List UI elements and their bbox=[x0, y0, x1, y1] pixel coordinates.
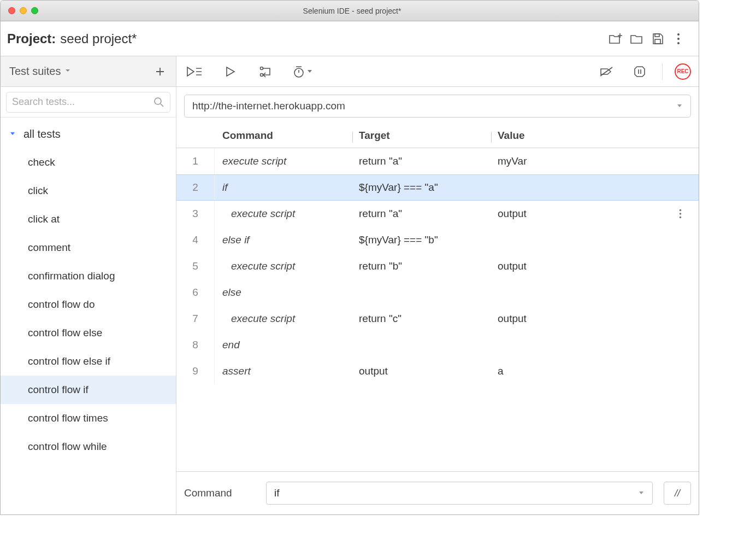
search-tests-field[interactable] bbox=[6, 92, 170, 113]
toolbar: REC bbox=[176, 56, 699, 87]
record-button[interactable]: REC bbox=[675, 63, 691, 80]
sidebar-header: Test suites bbox=[1, 56, 176, 87]
command-row[interactable]: 3execute scriptreturn "a"output bbox=[176, 201, 699, 227]
command-row[interactable]: 9assertoutputa bbox=[176, 358, 699, 384]
row-command: execute script bbox=[215, 208, 359, 220]
window-controls bbox=[1, 7, 38, 14]
commands-table: 1execute scriptreturn "a"myVar2if${myVar… bbox=[176, 148, 699, 472]
open-project-button[interactable] bbox=[627, 28, 647, 49]
add-test-button[interactable] bbox=[150, 61, 170, 82]
editor-dropdown-icon[interactable] bbox=[638, 490, 645, 496]
svg-point-6 bbox=[677, 42, 680, 44]
svg-point-15 bbox=[261, 73, 263, 76]
editor-command-label: Command bbox=[184, 487, 255, 499]
test-item[interactable]: control flow else if bbox=[1, 347, 176, 376]
disable-breakpoints-button[interactable] bbox=[596, 61, 617, 82]
test-item[interactable]: control flow do bbox=[1, 290, 176, 319]
svg-point-30 bbox=[680, 217, 682, 219]
row-target: return "a" bbox=[359, 155, 498, 167]
row-target: return "b" bbox=[359, 260, 498, 272]
sidebar-heading[interactable]: Test suites bbox=[9, 65, 61, 78]
project-bar: Project: seed project* bbox=[1, 21, 699, 56]
test-item[interactable]: comment bbox=[1, 233, 176, 262]
row-menu-button[interactable] bbox=[679, 209, 699, 219]
command-editor: Command if // bbox=[176, 472, 699, 514]
step-button[interactable] bbox=[256, 61, 277, 82]
sidebar-heading-dropdown-icon[interactable] bbox=[64, 67, 74, 77]
suite-all-tests[interactable]: all tests bbox=[1, 120, 176, 148]
row-command: execute script bbox=[215, 155, 359, 167]
svg-rect-3 bbox=[655, 39, 660, 44]
project-label: Project: bbox=[7, 31, 56, 46]
svg-point-5 bbox=[677, 38, 680, 40]
app-window: Selenium IDE - seed project* Project: se… bbox=[0, 0, 699, 515]
run-all-button[interactable] bbox=[184, 61, 205, 82]
row-number: 6 bbox=[176, 279, 215, 306]
command-row[interactable]: 7execute scriptreturn "c"output bbox=[176, 306, 699, 332]
speed-button[interactable] bbox=[292, 61, 313, 82]
main-panel: REC http://the-internet.herokuapp.com Co… bbox=[176, 56, 699, 514]
row-value: output bbox=[498, 208, 679, 220]
test-item[interactable]: click at bbox=[1, 205, 176, 233]
column-command: Command bbox=[222, 130, 359, 142]
close-window-button[interactable] bbox=[8, 7, 15, 14]
test-item[interactable]: confirmation dialog bbox=[1, 262, 176, 290]
pause-on-exceptions-button[interactable] bbox=[629, 61, 650, 82]
command-row[interactable]: 8end bbox=[176, 332, 699, 358]
column-value: Value bbox=[498, 130, 699, 142]
test-tree: all tests checkclickclick atcommentconfi… bbox=[1, 118, 176, 514]
toggle-comment-button[interactable]: // bbox=[664, 482, 691, 505]
command-row[interactable]: 4else if${myVar} === "b" bbox=[176, 227, 699, 253]
command-row[interactable]: 2if${myVar} === "a" bbox=[176, 174, 699, 201]
command-row[interactable]: 6else bbox=[176, 279, 699, 306]
svg-point-14 bbox=[261, 67, 263, 69]
minimize-window-button[interactable] bbox=[20, 7, 27, 14]
row-target: output bbox=[359, 365, 498, 377]
suite-label: all tests bbox=[23, 128, 61, 141]
caret-down-icon bbox=[9, 131, 18, 137]
row-command: if bbox=[215, 182, 359, 194]
row-target: ${myVar} === "a" bbox=[359, 182, 498, 194]
url-dropdown-icon[interactable] bbox=[676, 103, 683, 109]
svg-point-4 bbox=[677, 33, 680, 36]
svg-point-28 bbox=[680, 209, 682, 212]
more-menu-button[interactable] bbox=[668, 28, 689, 49]
row-target: ${myVar} === "b" bbox=[359, 234, 498, 246]
row-value: output bbox=[498, 260, 679, 272]
run-current-button[interactable] bbox=[220, 61, 241, 82]
window-title: Selenium IDE - seed project* bbox=[38, 7, 699, 15]
search-icon bbox=[153, 97, 164, 108]
sidebar: Test suites bbox=[1, 56, 176, 514]
svg-rect-2 bbox=[655, 34, 659, 37]
editor-command-field[interactable]: if bbox=[266, 482, 653, 505]
command-row[interactable]: 1execute scriptreturn "a"myVar bbox=[176, 148, 699, 174]
svg-line-10 bbox=[161, 104, 163, 107]
row-command: else if bbox=[215, 234, 359, 246]
test-item[interactable]: click bbox=[1, 177, 176, 205]
row-number: 9 bbox=[176, 358, 215, 384]
test-item[interactable]: control flow if bbox=[1, 376, 176, 404]
test-item[interactable]: control flow times bbox=[1, 404, 176, 432]
save-project-button[interactable] bbox=[647, 28, 668, 49]
row-target: return "c" bbox=[359, 313, 498, 325]
base-url-field[interactable]: http://the-internet.herokuapp.com bbox=[184, 95, 691, 118]
row-number: 8 bbox=[176, 332, 215, 358]
test-item[interactable]: control flow else bbox=[1, 319, 176, 347]
row-number: 7 bbox=[176, 306, 215, 332]
test-item[interactable]: check bbox=[1, 148, 176, 177]
search-input[interactable] bbox=[12, 96, 153, 108]
commands-header: Command Target Value bbox=[176, 123, 699, 148]
toolbar-divider bbox=[662, 63, 663, 80]
command-row[interactable]: 5execute scriptreturn "b"output bbox=[176, 253, 699, 279]
row-number: 1 bbox=[176, 148, 215, 174]
row-number: 3 bbox=[176, 201, 215, 227]
row-number: 5 bbox=[176, 253, 215, 279]
row-value: myVar bbox=[498, 155, 679, 167]
row-command: assert bbox=[215, 365, 359, 377]
project-name[interactable]: seed project* bbox=[60, 31, 137, 46]
maximize-window-button[interactable] bbox=[31, 7, 38, 14]
test-item[interactable]: control flow while bbox=[1, 432, 176, 461]
new-project-button[interactable] bbox=[606, 28, 627, 49]
svg-point-29 bbox=[680, 213, 682, 215]
row-command: end bbox=[215, 339, 359, 351]
